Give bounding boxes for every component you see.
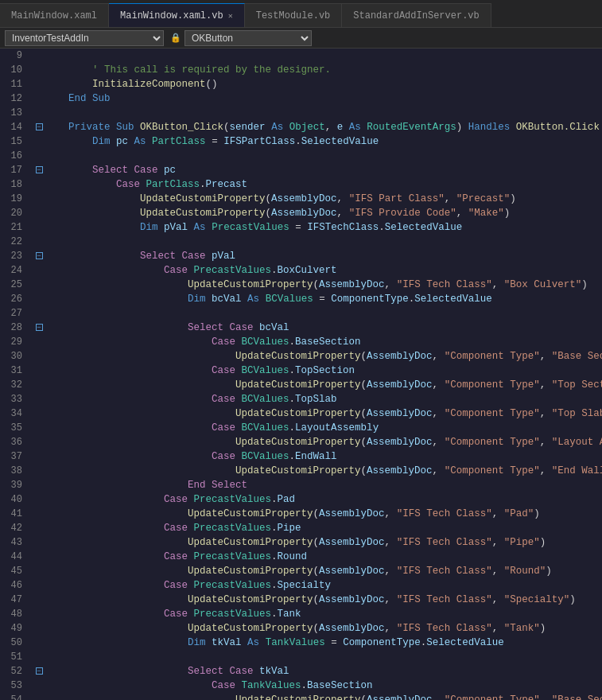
line-number: 22 — [0, 235, 25, 249]
line-number: 43 — [0, 535, 25, 550]
code-line: Case PrecastValues.Tank — [33, 607, 602, 621]
line-number: 36 — [0, 435, 25, 449]
code-text: Case TankValues.BaseSection — [45, 679, 602, 693]
func-selector: 🔒 OKButton — [170, 30, 312, 46]
code-text: UpdateCustomiProperty(AssemblyDoc, "IFS … — [45, 278, 602, 292]
fold-gutter[interactable]: − — [33, 664, 45, 679]
code-text: UpdateCustomiProperty(AssemblyDoc, "Comp… — [45, 693, 602, 700]
code-line — [33, 650, 602, 664]
toolbar: InventorTestAddIn 🔒 OKButton — [0, 28, 602, 49]
code-line: UpdateCustomiProperty(AssemblyDoc, "Comp… — [33, 406, 602, 421]
line-number: 40 — [0, 492, 25, 507]
tabs-bar: MainWindow.xaml MainWindow.xaml.vb ✕ Tes… — [0, 0, 602, 28]
code-line: UpdateCustomiProperty(AssemblyDoc, "Comp… — [33, 693, 602, 700]
code-line: Case PrecastValues.Pipe — [33, 521, 602, 535]
line-number: 31 — [0, 364, 25, 378]
tab-label: TestModule.vb — [256, 10, 331, 21]
code-line: Dim pc As PartClass = IFSPartClass.Selec… — [33, 134, 602, 149]
tab-label: MainWindow.xaml — [11, 10, 97, 21]
code-area[interactable]: ' This call is required by the designer.… — [30, 49, 602, 700]
line-number: 49 — [0, 621, 25, 636]
line-number: 39 — [0, 478, 25, 492]
code-text: Case PrecastValues.Pipe — [45, 521, 602, 535]
code-line: Case PartClass.Precast — [33, 177, 602, 192]
line-number: 9 — [0, 49, 25, 63]
tab-label: MainWindow.xaml.vb — [120, 10, 223, 21]
code-text: UpdateCustomiProperty(AssemblyDoc, "Comp… — [45, 378, 602, 392]
code-text: UpdateCustomiProperty(AssemblyDoc, "Comp… — [45, 435, 602, 449]
line-number: 19 — [0, 192, 25, 206]
code-line: UpdateCustomiProperty(AssemblyDoc, "IFS … — [33, 192, 602, 206]
line-number: 13 — [0, 106, 25, 120]
code-line: − Select Case pc — [33, 163, 602, 177]
code-text: ' This call is required by the designer. — [45, 63, 602, 77]
code-line: End Select — [33, 478, 602, 492]
func-dropdown[interactable]: OKButton — [184, 30, 312, 46]
tab-mainwindow-vb[interactable]: MainWindow.xaml.vb ✕ — [109, 3, 245, 27]
line-number: 38 — [0, 464, 25, 478]
code-line: UpdateCustomiProperty(AssemblyDoc, "IFS … — [33, 278, 602, 292]
code-line: Case PrecastValues.BoxCulvert — [33, 263, 602, 278]
line-number: 42 — [0, 521, 25, 535]
line-number: 35 — [0, 421, 25, 435]
code-line: − Select Case bcVal — [33, 321, 602, 335]
tab-standardaddinserver[interactable]: StandardAddInServer.vb — [342, 3, 491, 27]
lock-icon: 🔒 — [170, 33, 181, 43]
code-text: UpdateCustomiProperty(AssemblyDoc, "Comp… — [45, 406, 602, 421]
code-line: UpdateCustomiProperty(AssemblyDoc, "IFS … — [33, 593, 602, 607]
line-number: 37 — [0, 449, 25, 464]
fold-gutter[interactable]: − — [33, 163, 45, 177]
code-line: Case PrecastValues.Round — [33, 550, 602, 564]
line-number: 14 — [0, 120, 25, 134]
line-number: 54 — [0, 693, 25, 700]
code-line — [33, 235, 602, 249]
fold-gutter[interactable]: − — [33, 321, 45, 335]
line-numbers: 9101112131415161718192021222324252627282… — [0, 49, 30, 700]
code-text: Case BCValues.TopSection — [45, 364, 602, 378]
code-text: Select Case bcVal — [45, 321, 602, 335]
line-number: 32 — [0, 378, 25, 392]
code-line: UpdateCustomiProperty(AssemblyDoc, "IFS … — [33, 621, 602, 636]
close-icon[interactable]: ✕ — [228, 11, 233, 21]
fold-gutter[interactable]: − — [33, 249, 45, 263]
code-text: Select Case pVal — [45, 249, 602, 263]
code-text: UpdateCustomiProperty(AssemblyDoc, "Comp… — [45, 464, 602, 478]
code-text: Case BCValues.BaseSection — [45, 335, 602, 349]
line-number: 28 — [0, 321, 25, 335]
tab-testmodule[interactable]: TestModule.vb — [245, 3, 343, 27]
code-line: Case PrecastValues.Pad — [33, 492, 602, 507]
code-line: Case BCValues.TopSlab — [33, 392, 602, 406]
code-line: UpdateCustomiProperty(AssemblyDoc, "Comp… — [33, 349, 602, 364]
code-line: Case BCValues.BaseSection — [33, 335, 602, 349]
code-text: UpdateCustomiProperty(AssemblyDoc, "IFS … — [45, 192, 602, 206]
code-text: Select Case pc — [45, 163, 602, 177]
code-line: UpdateCustomiProperty(AssemblyDoc, "IFS … — [33, 535, 602, 550]
line-number: 45 — [0, 564, 25, 578]
line-number: 23 — [0, 249, 25, 263]
code-line: InitializeComponent() — [33, 77, 602, 91]
tab-mainwindow-xaml[interactable]: MainWindow.xaml — [0, 3, 109, 27]
code-text: UpdateCustomiProperty(AssemblyDoc, "IFS … — [45, 564, 602, 578]
code-line — [33, 106, 602, 120]
code-line: − Private Sub OKButton_Click(sender As O… — [33, 120, 602, 134]
line-number: 11 — [0, 77, 25, 91]
code-text: Case PrecastValues.Pad — [45, 492, 602, 507]
line-number: 47 — [0, 593, 25, 607]
code-text: Dim pVal As PrecastValues = IFSTechClass… — [45, 220, 602, 235]
line-number: 44 — [0, 550, 25, 564]
code-line: Case TankValues.BaseSection — [33, 679, 602, 693]
class-selector[interactable]: InventorTestAddIn — [5, 30, 164, 46]
code-text: UpdateCustomiProperty(AssemblyDoc, "IFS … — [45, 507, 602, 521]
line-number: 30 — [0, 349, 25, 364]
line-number: 50 — [0, 636, 25, 650]
line-number: 48 — [0, 607, 25, 621]
code-text: Dim tkVal As TankValues = ComponentType.… — [45, 636, 602, 650]
tab-label: StandardAddInServer.vb — [353, 10, 479, 21]
line-number: 12 — [0, 91, 25, 106]
code-text: Case BCValues.EndWall — [45, 449, 602, 464]
code-text: UpdateCustomiProperty(AssemblyDoc, "IFS … — [45, 535, 602, 550]
line-number: 20 — [0, 206, 25, 220]
code-line — [33, 49, 602, 63]
fold-gutter[interactable]: − — [33, 120, 45, 134]
line-number: 27 — [0, 306, 25, 321]
